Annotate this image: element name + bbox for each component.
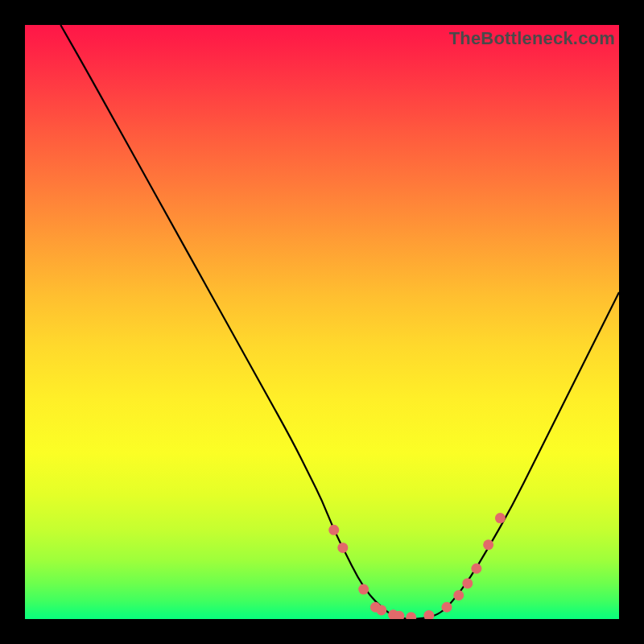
marker-dot	[423, 610, 434, 619]
marker-dot	[441, 602, 452, 613]
chart-frame: TheBottleneck.com	[0, 0, 644, 644]
marker-dots	[328, 513, 506, 619]
curve-layer	[25, 25, 619, 619]
marker-dot	[495, 513, 506, 523]
marker-dot	[376, 605, 386, 615]
marker-dot	[462, 578, 473, 588]
marker-dot	[453, 590, 464, 601]
marker-dot	[406, 612, 416, 619]
marker-dot	[358, 584, 369, 595]
bottleneck-curve	[60, 25, 619, 619]
marker-dot	[337, 543, 348, 553]
plot-area: TheBottleneck.com	[25, 25, 619, 619]
marker-dot	[483, 539, 493, 550]
marker-dot	[328, 525, 339, 535]
marker-dot	[471, 564, 481, 574]
